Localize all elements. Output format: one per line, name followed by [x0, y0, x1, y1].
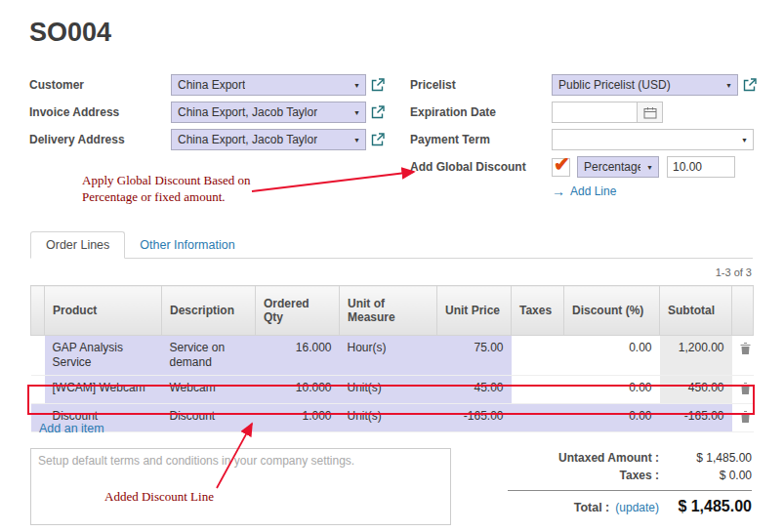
cell-product[interactable]: GAP Analysis Service	[45, 336, 162, 376]
cell-unit-price[interactable]: 45.00	[437, 376, 512, 404]
delivery-address-select[interactable]: China Export, Jacob Taylor ▼	[171, 129, 366, 150]
open-record-icon[interactable]	[371, 105, 385, 119]
col-product[interactable]: Product	[45, 286, 162, 336]
open-record-icon[interactable]	[371, 133, 385, 146]
cell-ordered-qty[interactable]: 10.000	[256, 376, 340, 404]
handle-column-header	[31, 286, 45, 336]
total-value: $ 1,485.00	[659, 498, 752, 515]
open-record-icon[interactable]	[743, 78, 757, 92]
cell-taxes[interactable]	[512, 336, 564, 376]
payment-term-label: Payment Term	[410, 133, 552, 146]
col-unit-price[interactable]: Unit Price	[437, 286, 512, 336]
cell-discount[interactable]: 0.00	[564, 376, 660, 404]
customer-select[interactable]: China Export ▼	[171, 74, 366, 96]
payment-term-select[interactable]: ▼	[552, 129, 754, 150]
col-subtotal[interactable]: Subtotal	[660, 286, 732, 336]
cell-taxes[interactable]	[512, 376, 564, 404]
table-row-discount: Discount Discount 1.000 Unit(s) -165.00 …	[31, 404, 754, 432]
order-lines-table: Product Description Ordered Qty Unit of …	[30, 285, 754, 432]
total-label: Total :	[574, 501, 610, 514]
customer-value: China Export	[178, 78, 245, 92]
cell-subtotal[interactable]: 450.00	[660, 376, 732, 404]
cell-unit-of-measure[interactable]: Unit(s)	[340, 376, 437, 404]
global-discount-checkbox[interactable]: ✔	[552, 158, 570, 177]
add-item-row: Add an item	[30, 418, 113, 439]
field-invoice-address: Invoice Address China Export, Jacob Tayl…	[29, 102, 410, 123]
chevron-down-icon: ▼	[725, 82, 732, 89]
cell-taxes[interactable]	[512, 404, 564, 432]
cell-unit-price[interactable]: -165.00	[437, 404, 512, 432]
cell-description[interactable]: Discount	[162, 404, 256, 432]
delivery-address-value: China Export, Jacob Taylor	[178, 133, 317, 146]
trash-icon[interactable]	[732, 336, 754, 376]
pricelist-label: Pricelist	[410, 78, 552, 92]
invoice-address-value: China Export, Jacob Taylor	[178, 105, 317, 119]
annotation-line: Apply Global Discount Based on	[82, 173, 287, 189]
cell-unit-of-measure[interactable]: Unit(s)	[340, 404, 437, 432]
terms-notes-textarea[interactable]	[30, 448, 451, 525]
expiration-date-label: Expiration Date	[410, 105, 552, 119]
cell-product[interactable]: [WCAM] Webcam	[45, 376, 162, 404]
discount-amount-input[interactable]	[667, 156, 735, 178]
cell-description[interactable]: Webcam	[162, 376, 256, 404]
discount-type-value: Percentage	[584, 160, 640, 174]
untaxed-amount-row: Untaxed Amount : $ 1,485.00	[508, 451, 752, 465]
discount-type-select[interactable]: Percentage ▼	[577, 156, 659, 178]
invoice-address-select[interactable]: China Export, Jacob Taylor ▼	[171, 102, 366, 123]
global-discount-label: Add Global Discount	[410, 160, 552, 174]
pricelist-value: Public Pricelist (USD)	[558, 78, 671, 92]
field-global-discount: Add Global Discount ✔ Percentage ▼	[410, 156, 757, 178]
chevron-down-icon: ▼	[353, 137, 360, 143]
totals-panel: Untaxed Amount : $ 1,485.00 Taxes : $ 0.…	[508, 451, 752, 519]
open-record-icon[interactable]	[371, 78, 385, 92]
add-line-row: → Add Line	[552, 184, 757, 199]
annotation-global-discount: Apply Global Discount Based on Percentag…	[82, 173, 287, 206]
cell-ordered-qty[interactable]: 16.000	[256, 336, 340, 376]
cell-subtotal[interactable]: -165.00	[660, 404, 732, 432]
cell-subtotal[interactable]: 1,200.00	[660, 336, 732, 376]
chevron-down-icon: ▼	[646, 164, 653, 171]
list-pager: 1-3 of 3	[716, 266, 752, 278]
taxes-row: Taxes : $ 0.00	[508, 469, 752, 482]
trash-icon[interactable]	[732, 404, 754, 432]
page-title: SO004	[29, 18, 111, 48]
cell-ordered-qty[interactable]: 1.000	[256, 404, 340, 432]
chevron-down-icon: ▼	[353, 109, 360, 116]
calendar-icon[interactable]	[638, 102, 663, 123]
check-icon: ✔	[554, 152, 570, 176]
customer-label: Customer	[29, 78, 171, 92]
col-unit-of-measure[interactable]: Unit of Measure	[340, 286, 437, 336]
taxes-label: Taxes :	[620, 469, 659, 482]
cell-description[interactable]: Service on demand	[162, 336, 256, 376]
field-pricelist: Pricelist Public Pricelist (USD) ▼	[410, 74, 757, 96]
expiration-date-input[interactable]	[552, 102, 638, 123]
cell-discount[interactable]: 0.00	[564, 336, 660, 376]
cell-unit-of-measure[interactable]: Hour(s)	[340, 336, 437, 376]
untaxed-amount-value: $ 1,485.00	[659, 451, 752, 465]
totals-divider	[508, 490, 752, 491]
delivery-address-label: Delivery Address	[29, 133, 171, 146]
tab-other-information[interactable]: Other Information	[125, 232, 249, 258]
col-discount[interactable]: Discount (%)	[564, 286, 660, 336]
trash-icon[interactable]	[732, 376, 754, 404]
row-handle[interactable]	[31, 336, 45, 376]
untaxed-amount-label: Untaxed Amount :	[558, 451, 659, 465]
col-description[interactable]: Description	[162, 286, 256, 336]
notebook-tabs: Order Lines Other Information	[30, 231, 753, 259]
sales-order-page: SO004 Customer China Export ▼ Invoice Ad…	[0, 0, 784, 532]
cell-unit-price[interactable]: 75.00	[437, 336, 512, 376]
update-total-link[interactable]: (update)	[615, 501, 659, 514]
total-row: Total : (update) $ 1,485.00	[508, 498, 752, 515]
pricelist-select[interactable]: Public Pricelist (USD) ▼	[552, 74, 738, 96]
row-handle[interactable]	[31, 376, 45, 404]
add-line-link[interactable]: Add Line	[570, 184, 616, 198]
add-an-item-link[interactable]: Add an item	[39, 422, 104, 435]
add-line-arrow-icon: →	[552, 184, 565, 199]
field-delivery-address: Delivery Address China Export, Jacob Tay…	[29, 129, 410, 150]
tab-order-lines[interactable]: Order Lines	[30, 231, 125, 259]
taxes-value: $ 0.00	[659, 469, 752, 482]
form-right-column: Pricelist Public Pricelist (USD) ▼ Expir…	[410, 74, 757, 199]
col-taxes[interactable]: Taxes	[512, 286, 564, 336]
col-ordered-qty[interactable]: Ordered Qty	[256, 286, 340, 336]
cell-discount[interactable]: 0.00	[564, 404, 660, 432]
